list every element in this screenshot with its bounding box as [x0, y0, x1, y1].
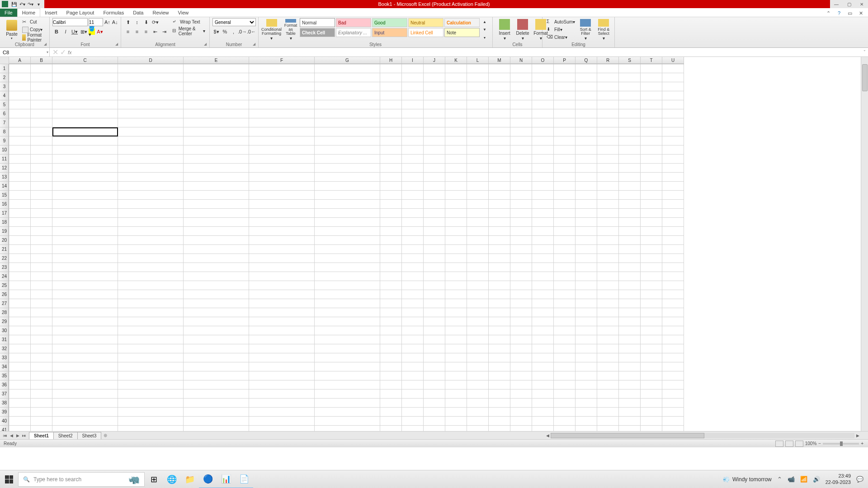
cell[interactable]	[597, 100, 619, 109]
prev-sheet-icon[interactable]: ◀	[8, 432, 14, 439]
cell[interactable]	[641, 155, 662, 164]
row-header[interactable]: 12	[0, 164, 9, 173]
cell[interactable]	[641, 145, 662, 155]
cell[interactable]	[52, 299, 118, 308]
cell[interactable]	[597, 182, 619, 191]
cell[interactable]	[52, 371, 118, 380]
start-button[interactable]	[0, 470, 18, 488]
cell[interactable]	[554, 362, 576, 371]
help-icon[interactable]: ?	[835, 9, 843, 17]
minimize-ribbon-icon[interactable]: ⌃	[825, 9, 832, 17]
row-header[interactable]: 28	[0, 308, 9, 317]
cell[interactable]	[31, 227, 52, 236]
cell[interactable]	[424, 380, 445, 389]
cell[interactable]	[9, 308, 31, 317]
cell[interactable]	[118, 182, 184, 191]
cell[interactable]	[31, 380, 52, 389]
cell[interactable]	[445, 389, 467, 399]
row-header[interactable]: 17	[0, 209, 9, 218]
cell[interactable]	[467, 272, 489, 281]
cell[interactable]	[619, 236, 641, 245]
cell[interactable]	[662, 236, 684, 245]
cell[interactable]	[52, 263, 118, 272]
cell[interactable]	[597, 263, 619, 272]
cell[interactable]	[467, 118, 489, 127]
cell[interactable]	[554, 399, 576, 408]
cell[interactable]	[31, 326, 52, 335]
zoom-out-icon[interactable]: −	[818, 441, 821, 446]
row-header[interactable]: 23	[0, 263, 9, 272]
cell[interactable]	[380, 182, 402, 191]
cell[interactable]	[249, 344, 315, 353]
cell[interactable]	[315, 272, 380, 281]
cell[interactable]	[641, 182, 662, 191]
cell[interactable]	[380, 417, 402, 426]
cell[interactable]	[489, 245, 510, 254]
cell[interactable]	[510, 353, 532, 362]
cell[interactable]	[315, 371, 380, 380]
cell[interactable]	[576, 399, 597, 408]
cell[interactable]	[662, 91, 684, 100]
cell[interactable]	[445, 408, 467, 417]
cell[interactable]	[467, 227, 489, 236]
cell[interactable]	[424, 389, 445, 399]
cell[interactable]	[424, 91, 445, 100]
cell[interactable]	[445, 308, 467, 317]
cell[interactable]	[489, 326, 510, 335]
cell[interactable]	[249, 64, 315, 73]
cell[interactable]	[445, 290, 467, 299]
cell[interactable]	[184, 109, 249, 118]
cell[interactable]	[510, 299, 532, 308]
cell[interactable]	[554, 335, 576, 344]
cell[interactable]	[31, 317, 52, 326]
cell[interactable]	[532, 344, 554, 353]
cell[interactable]	[532, 326, 554, 335]
row-header[interactable]: 21	[0, 245, 9, 254]
cell[interactable]	[184, 209, 249, 218]
cell[interactable]	[576, 272, 597, 281]
cell[interactable]	[532, 82, 554, 91]
row-header[interactable]: 33	[0, 353, 9, 362]
cell[interactable]	[662, 182, 684, 191]
cell[interactable]	[510, 245, 532, 254]
cell[interactable]	[597, 82, 619, 91]
cell[interactable]	[249, 389, 315, 399]
cell[interactable]	[315, 408, 380, 417]
cell[interactable]	[576, 290, 597, 299]
cell[interactable]	[510, 191, 532, 200]
cell[interactable]	[445, 227, 467, 236]
cell[interactable]	[118, 254, 184, 263]
cell[interactable]	[9, 118, 31, 127]
cell[interactable]	[662, 191, 684, 200]
cell[interactable]	[641, 263, 662, 272]
cell[interactable]	[510, 218, 532, 227]
cell[interactable]	[576, 408, 597, 417]
format-as-table-button[interactable]: Format as Table▾	[282, 18, 300, 42]
cell[interactable]	[402, 109, 424, 118]
cell[interactable]	[380, 236, 402, 245]
cell[interactable]	[467, 191, 489, 200]
cell[interactable]	[576, 191, 597, 200]
cell[interactable]	[445, 82, 467, 91]
cell[interactable]	[467, 380, 489, 389]
cell[interactable]	[9, 335, 31, 344]
cell[interactable]	[184, 417, 249, 426]
tab-data[interactable]: Data	[128, 9, 148, 17]
cell[interactable]	[184, 118, 249, 127]
cell[interactable]	[576, 236, 597, 245]
cell[interactable]	[315, 182, 380, 191]
cell[interactable]	[249, 82, 315, 91]
cell[interactable]	[184, 426, 249, 431]
cell[interactable]	[662, 164, 684, 173]
cell[interactable]	[532, 191, 554, 200]
maximize-button[interactable]: ▢	[843, 0, 855, 8]
cell[interactable]	[510, 417, 532, 426]
cell[interactable]	[9, 173, 31, 182]
cell[interactable]	[184, 380, 249, 389]
cell[interactable]	[9, 100, 31, 109]
style-good[interactable]: Good	[372, 18, 407, 27]
normal-view-icon[interactable]	[775, 441, 783, 447]
tray-overflow-icon[interactable]: ⌃	[777, 476, 782, 483]
cell[interactable]	[467, 371, 489, 380]
cell[interactable]	[315, 127, 380, 136]
